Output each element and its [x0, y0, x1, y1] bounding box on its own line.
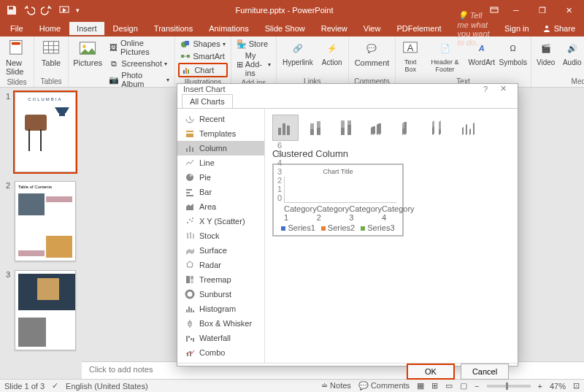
tab-view[interactable]: View — [356, 22, 388, 35]
subtype-clustered-column[interactable] — [272, 115, 299, 141]
category-bar[interactable]: Bar — [177, 185, 264, 199]
tab-design[interactable]: Design — [106, 22, 145, 35]
svg-rect-39 — [186, 336, 188, 342]
category-area[interactable]: Area — [177, 199, 264, 214]
slide-thumbnail-3[interactable] — [15, 270, 76, 350]
dialog-help-button[interactable]: ? — [477, 85, 494, 93]
pictures-button[interactable]: Pictures — [72, 38, 104, 69]
svg-rect-46 — [283, 123, 285, 135]
screenshot-button[interactable]: ⧉Screenshot▾ — [107, 58, 172, 69]
video-button[interactable]: 🎬Video — [534, 38, 558, 68]
zoom-slider[interactable] — [487, 385, 531, 388]
smartart-button[interactable]: SmartArt — [178, 50, 227, 62]
qat-more-icon[interactable]: ▾ — [76, 7, 80, 14]
view-reading-icon[interactable]: ▭ — [445, 381, 453, 391]
category-sunburst[interactable]: Sunburst — [177, 287, 264, 301]
tab-animations[interactable]: Animations — [201, 22, 256, 35]
status-language[interactable]: English (United States) — [66, 382, 148, 391]
tab-slideshow[interactable]: Slide Show — [258, 22, 312, 35]
status-comments-button[interactable]: 💬 Comments — [358, 381, 410, 391]
svg-rect-14 — [185, 68, 187, 74]
subtype-3d-100-stacked-column[interactable] — [426, 115, 452, 141]
chart-button[interactable]: Chart — [178, 63, 227, 77]
tab-review[interactable]: Review — [314, 22, 355, 35]
ok-button[interactable]: OK — [407, 364, 455, 380]
category-recent[interactable]: Recent — [177, 112, 264, 126]
minimize-button[interactable]: ─ — [507, 6, 526, 15]
tab-insert[interactable]: Insert — [69, 22, 104, 35]
subtype-100-stacked-column[interactable] — [334, 115, 360, 141]
table-button[interactable]: Table — [37, 38, 65, 69]
category-radar[interactable]: Radar — [177, 258, 264, 272]
svg-rect-18 — [59, 113, 65, 116]
restore-button[interactable]: ❐ — [533, 6, 552, 15]
sign-in-link[interactable]: Sign in — [499, 22, 535, 35]
category-surface[interactable]: Surface — [177, 243, 264, 258]
slide-thumbnail-2[interactable]: Table of Contents — [15, 181, 76, 261]
ribbon: New Slide Slides Table Tables Pictures 🖼… — [0, 36, 584, 88]
fit-to-window-icon[interactable]: ⊡ — [573, 381, 580, 391]
category-treemap[interactable]: Treemap — [177, 272, 264, 287]
dialog-close-button[interactable]: ✕ — [494, 84, 512, 93]
shapes-button[interactable]: Shapes▾ — [178, 38, 227, 50]
tab-home[interactable]: Home — [32, 22, 68, 35]
svg-rect-23 — [186, 189, 192, 191]
action-button[interactable]: ⚡Action — [319, 38, 345, 68]
zoom-out-button[interactable]: − — [474, 382, 479, 391]
new-slide-button[interactable]: New Slide — [3, 38, 31, 77]
view-sorter-icon[interactable]: ⊞ — [431, 381, 438, 391]
zoom-in-button[interactable]: + — [538, 382, 542, 391]
category-waterfall[interactable]: Waterfall — [177, 331, 264, 345]
status-spellcheck-icon[interactable]: ✓ — [52, 381, 58, 391]
photo-album-button[interactable]: 📷Photo Album▾ — [107, 70, 172, 89]
wordart-button[interactable]: AWordArt — [468, 38, 496, 68]
subtype-3d-clustered-column[interactable] — [364, 115, 391, 141]
close-button[interactable]: ✕ — [559, 6, 578, 15]
undo-icon[interactable] — [23, 4, 35, 16]
tab-pdfelement[interactable]: PDFelement — [389, 22, 448, 35]
audio-button[interactable]: 🔊Audio — [561, 38, 584, 68]
tab-transitions[interactable]: Transitions — [147, 22, 200, 35]
group-label-slides: Slides — [3, 77, 31, 88]
symbols-button[interactable]: ΩSymbols — [499, 38, 528, 68]
online-pictures-button[interactable]: 🖼Online Pictures — [107, 38, 172, 57]
category-templates[interactable]: Templates — [177, 126, 264, 141]
svg-rect-5 — [12, 42, 20, 45]
slide-thumbnail-1[interactable]: COLUMBIA — [15, 92, 76, 172]
svg-rect-47 — [287, 126, 290, 135]
group-label-media: Media — [534, 77, 584, 87]
share-button[interactable]: Share — [537, 22, 581, 35]
tab-file[interactable]: File — [3, 22, 31, 35]
svg-point-26 — [187, 222, 188, 223]
category-histogram[interactable]: Histogram — [177, 301, 264, 316]
redo-icon[interactable] — [41, 4, 53, 16]
category-column[interactable]: Column — [177, 141, 264, 155]
my-addins-button[interactable]: ⊞My Add-ins▾ — [234, 50, 273, 78]
dialog-tab-all-charts[interactable]: All Charts — [182, 94, 233, 108]
zoom-value[interactable]: 47% — [550, 382, 566, 391]
subtype-3d-stacked-column[interactable] — [395, 115, 421, 141]
header-footer-button[interactable]: 📄Header & Footer — [425, 38, 464, 74]
hyperlink-button[interactable]: 🔗Hyperlink — [280, 38, 316, 68]
svg-rect-20 — [189, 146, 191, 152]
text-box-button[interactable]: AText Box — [399, 38, 422, 74]
subtype-stacked-column[interactable] — [303, 115, 329, 141]
status-notes-button[interactable]: ≐ Notes — [321, 381, 351, 391]
store-button[interactable]: 🏪Store — [234, 38, 273, 50]
view-normal-icon[interactable]: ▦ — [417, 381, 424, 391]
category-line[interactable]: Line — [177, 155, 264, 170]
svg-point-33 — [186, 291, 193, 298]
category-combo[interactable]: Combo — [177, 345, 264, 360]
save-icon[interactable] — [6, 4, 18, 16]
svg-rect-41 — [191, 338, 192, 340]
category-x-y-scatter-[interactable]: X Y (Scatter) — [177, 214, 264, 228]
category-box-whisker[interactable]: Box & Whisker — [177, 316, 264, 331]
ribbon-tabs: File Home Insert Design Transitions Anim… — [0, 20, 584, 36]
category-stock[interactable]: Stock — [177, 228, 264, 243]
comment-button[interactable]: 💬Comment — [352, 38, 393, 69]
start-slideshow-icon[interactable] — [58, 4, 70, 16]
view-slideshow-icon[interactable]: ▢ — [460, 381, 467, 391]
cancel-button[interactable]: Cancel — [461, 364, 509, 380]
category-pie[interactable]: Pie — [177, 170, 264, 185]
subtype-3d-column[interactable] — [456, 115, 483, 141]
